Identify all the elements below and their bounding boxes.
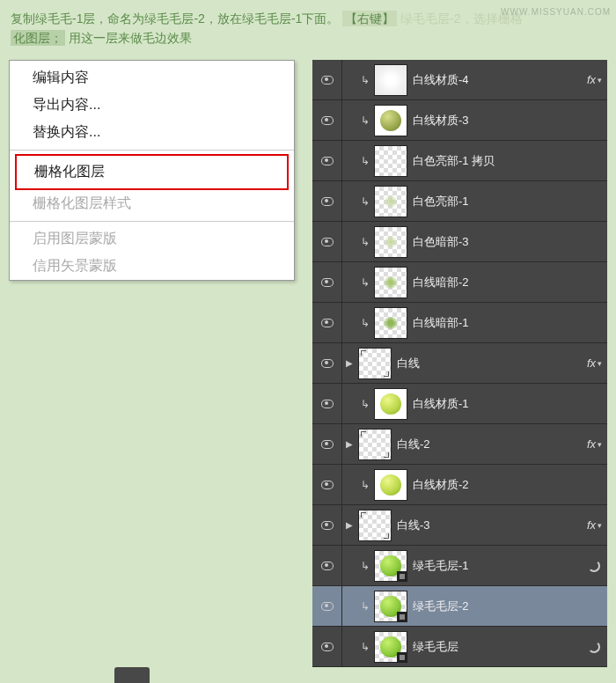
visibility-toggle[interactable]	[312, 303, 342, 342]
visibility-toggle[interactable]	[312, 60, 342, 99]
clip-arrow-icon: ↳	[360, 114, 370, 127]
visibility-toggle[interactable]	[312, 465, 342, 504]
smart-object-icon	[397, 612, 407, 622]
visibility-toggle[interactable]	[312, 262, 342, 302]
layer-thumbnail[interactable]	[374, 550, 407, 582]
expand-arrow-icon[interactable]: ▶	[342, 358, 356, 368]
fx-indicator[interactable]: fx	[587, 437, 596, 451]
layer-row[interactable]: ↳白线材质-2	[312, 465, 607, 505]
expand-arrow-icon[interactable]: ▶	[342, 520, 356, 530]
clip-arrow-icon: ↳	[360, 398, 370, 410]
layer-name[interactable]: 白色亮部-1 拷贝	[413, 153, 607, 169]
visibility-toggle[interactable]	[312, 384, 342, 423]
layer-name[interactable]: 白色亮部-1	[413, 194, 607, 209]
menu-edit-content[interactable]: 编辑内容	[10, 64, 294, 92]
layer-row[interactable]: ↳白线材质-3	[312, 100, 607, 141]
visibility-toggle[interactable]	[312, 546, 342, 585]
layer-thumbnail[interactable]	[374, 145, 407, 177]
clip-arrow-icon: ↳	[360, 600, 370, 613]
eye-icon	[321, 278, 334, 287]
eye-icon	[321, 116, 334, 125]
menu-enable-mask: 启用图层蒙版	[10, 225, 294, 253]
layer-thumbnail[interactable]	[374, 631, 407, 663]
eye-icon	[321, 643, 334, 651]
layer-thumbnail[interactable]	[374, 469, 407, 501]
chevron-down-icon[interactable]: ▾	[598, 521, 602, 530]
visibility-toggle[interactable]	[312, 424, 342, 464]
clip-arrow-icon: ↳	[360, 276, 370, 289]
layer-name[interactable]: 白线材质-4	[413, 72, 587, 88]
layer-name[interactable]: 白线	[397, 356, 587, 371]
fx-indicator[interactable]: fx	[587, 356, 596, 370]
eye-icon	[321, 359, 334, 368]
menu-rasterize-layer[interactable]: 栅格化图层	[15, 154, 289, 190]
layer-row[interactable]: ▶白线-3fx▾	[312, 505, 607, 546]
filter-icon[interactable]	[588, 641, 600, 653]
layer-name[interactable]: 白线-3	[397, 518, 587, 533]
layer-row[interactable]: ▶白线fx▾	[312, 343, 607, 384]
layer-thumbnail[interactable]	[374, 307, 407, 339]
visibility-toggle[interactable]	[312, 222, 342, 261]
layer-name[interactable]: 绿毛毛层	[413, 639, 588, 655]
layer-thumbnail[interactable]	[374, 105, 407, 136]
menu-separator	[10, 150, 294, 151]
menu-export-content[interactable]: 导出内容...	[10, 92, 294, 119]
clip-arrow-icon: ↳	[360, 236, 370, 248]
clip-arrow-icon: ↳	[360, 155, 370, 167]
eye-icon	[321, 481, 334, 489]
chevron-down-icon[interactable]: ▾	[598, 359, 602, 368]
layer-thumbnail[interactable]	[374, 388, 407, 420]
smart-object-icon	[397, 571, 407, 582]
eye-icon	[321, 319, 334, 327]
clip-arrow-icon: ↳	[360, 195, 370, 208]
layer-thumbnail[interactable]	[358, 429, 392, 460]
layer-name[interactable]: 白线暗部-1	[413, 315, 607, 331]
visibility-toggle[interactable]	[312, 181, 342, 221]
visibility-toggle[interactable]	[312, 343, 342, 383]
right-click-hint: 【右键】	[342, 11, 397, 26]
layer-name[interactable]: 白色暗部-3	[413, 234, 607, 250]
visibility-toggle[interactable]	[312, 100, 342, 140]
layer-row[interactable]: ↳白线材质-4fx▾	[312, 60, 607, 100]
clip-arrow-icon: ↳	[360, 74, 370, 86]
layer-name[interactable]: 绿毛毛层-2	[413, 599, 607, 614]
layer-thumbnail[interactable]	[374, 226, 407, 258]
eye-icon	[321, 197, 334, 206]
clip-arrow-icon: ↳	[360, 641, 370, 653]
fx-indicator[interactable]: fx	[587, 73, 596, 86]
layer-row[interactable]: ▶白线-2fx▾	[312, 424, 607, 465]
chevron-down-icon[interactable]: ▾	[598, 76, 602, 84]
layer-row[interactable]: ↳白线材质-1	[312, 384, 607, 424]
layer-thumbnail[interactable]	[374, 267, 407, 298]
layer-name[interactable]: 白线暗部-2	[413, 275, 607, 290]
visibility-toggle[interactable]	[312, 627, 342, 666]
menu-rasterize-style: 栅格化图层样式	[10, 190, 294, 217]
fx-indicator[interactable]: fx	[587, 518, 596, 532]
layer-row[interactable]: ↳白线暗部-1	[312, 303, 607, 343]
visibility-toggle[interactable]	[312, 505, 342, 545]
expand-arrow-icon[interactable]: ▶	[342, 439, 356, 449]
visibility-toggle[interactable]	[312, 141, 342, 180]
layer-thumbnail[interactable]	[358, 510, 392, 541]
chevron-down-icon[interactable]: ▾	[598, 440, 602, 449]
layer-row[interactable]: ↳白色暗部-3	[312, 222, 607, 262]
layer-name[interactable]: 白线材质-2	[413, 477, 607, 493]
layer-row[interactable]: ↳白色亮部-1 拷贝	[312, 141, 607, 181]
layer-name[interactable]: 白线-2	[397, 437, 587, 452]
layer-thumbnail[interactable]	[374, 64, 407, 96]
layer-name[interactable]: 白线材质-1	[413, 396, 607, 412]
layer-thumbnail[interactable]	[374, 591, 407, 622]
menu-replace-content[interactable]: 替换内容...	[10, 119, 294, 146]
filter-icon[interactable]	[588, 560, 600, 572]
layer-name[interactable]: 绿毛毛层-1	[413, 558, 588, 574]
layer-thumbnail[interactable]	[358, 348, 392, 379]
layer-row[interactable]: ↳绿毛毛层	[312, 627, 607, 667]
layer-row[interactable]: ↳白线暗部-2	[312, 262, 607, 303]
context-menu: 编辑内容 导出内容... 替换内容... 栅格化图层 栅格化图层样式 启用图层蒙…	[9, 60, 295, 281]
layer-row[interactable]: ↳绿毛毛层-2	[312, 586, 607, 627]
layer-thumbnail[interactable]	[374, 186, 407, 217]
layer-name[interactable]: 白线材质-3	[413, 113, 607, 129]
visibility-toggle[interactable]	[312, 586, 342, 626]
layer-row[interactable]: ↳绿毛毛层-1	[312, 546, 607, 586]
layer-row[interactable]: ↳白色亮部-1	[312, 181, 607, 222]
